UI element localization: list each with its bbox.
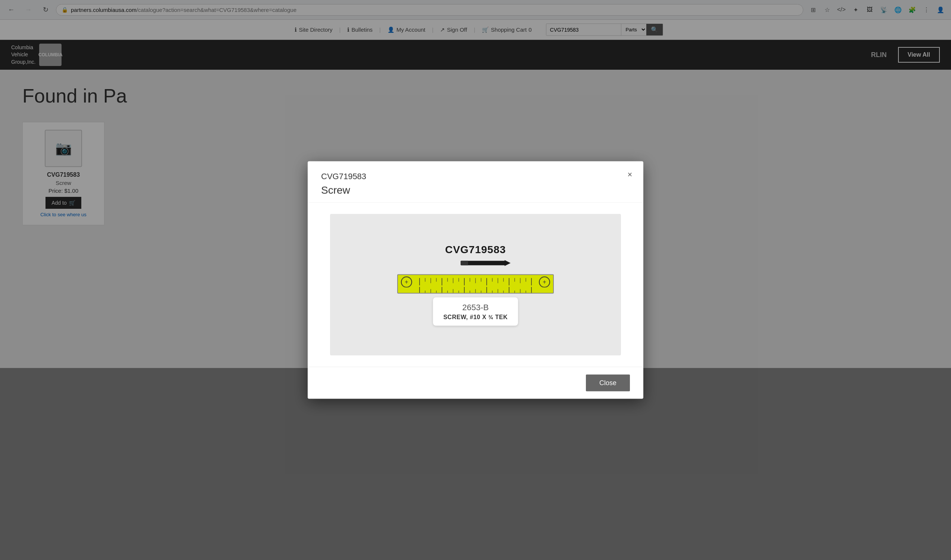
modal-footer: Close xyxy=(308,367,643,399)
modal-header: CVG719583 Screw × xyxy=(308,162,643,203)
ruler-crosshair-right: + xyxy=(539,277,550,288)
close-x-icon: × xyxy=(628,170,632,180)
label-card-number: 2653-B xyxy=(443,303,508,312)
modal-part-name: Screw xyxy=(321,185,630,197)
image-label: CVG719583 xyxy=(445,244,506,256)
modal-image: CVG719583 + xyxy=(330,214,621,356)
ruler: + xyxy=(397,274,554,294)
modal-part-id: CVG719583 xyxy=(321,172,630,182)
product-photo: CVG719583 + xyxy=(330,214,621,356)
label-card-text: SCREW, #10 X ¾ TEK xyxy=(443,314,508,321)
close-button[interactable]: Close xyxy=(586,375,630,391)
modal-close-button[interactable]: × xyxy=(624,169,636,181)
modal-body: CVG719583 + xyxy=(308,203,643,367)
ruler-crosshair-left: + xyxy=(401,277,412,288)
label-card: 2653-B SCREW, #10 X ¾ TEK xyxy=(433,297,519,326)
modal-dialog: CVG719583 Screw × CVG719583 + xyxy=(308,162,643,399)
